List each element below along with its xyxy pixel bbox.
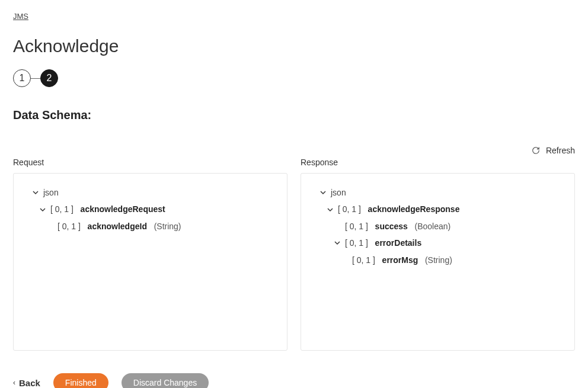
- back-button[interactable]: ‹ Back: [13, 378, 40, 388]
- tree-node-error-msg[interactable]: [ 0, 1 ] errorMsg (String): [311, 252, 565, 268]
- tree-node-acknowledge-response[interactable]: [ 0, 1 ] acknowledgeResponse: [311, 201, 565, 217]
- discard-changes-button[interactable]: Discard Changes: [122, 373, 209, 388]
- chevron-down-icon: [327, 207, 333, 213]
- node-label: json: [43, 186, 59, 199]
- node-type: (String): [154, 222, 181, 231]
- refresh-button[interactable]: Refresh: [532, 146, 575, 155]
- node-label: acknowledgeId: [88, 222, 147, 231]
- back-label: Back: [19, 378, 40, 388]
- node-cardinality: [ 0, 1 ]: [352, 255, 375, 265]
- step-connector: [31, 78, 40, 79]
- tree-node-success[interactable]: [ 0, 1 ] success (Boolean): [311, 218, 565, 235]
- response-label: Response: [301, 158, 575, 167]
- wizard-stepper: 1 2: [13, 69, 575, 87]
- finished-button[interactable]: Finished: [53, 373, 108, 388]
- node-label: acknowledgeResponse: [368, 204, 460, 214]
- tree-node-acknowledge-id[interactable]: [ 0, 1 ] acknowledgeId (String): [23, 218, 277, 235]
- chevron-down-icon: [320, 190, 326, 195]
- node-cardinality: [ 0, 1 ]: [338, 204, 361, 214]
- refresh-label: Refresh: [546, 146, 575, 155]
- node-label: json: [331, 186, 346, 199]
- tree-node-acknowledge-request[interactable]: [ 0, 1 ] acknowledgeRequest: [23, 201, 277, 217]
- request-schema-panel: json [ 0, 1 ] acknowledgeRequest [ 0, 1 …: [13, 173, 287, 351]
- refresh-icon: [532, 146, 540, 155]
- tree-node-json[interactable]: json: [311, 184, 565, 201]
- page-title: Acknowledge: [13, 36, 575, 56]
- node-cardinality: [ 0, 1 ]: [57, 222, 81, 231]
- tree-node-json[interactable]: json: [23, 184, 277, 201]
- breadcrumb-jms[interactable]: JMS: [13, 12, 28, 21]
- node-label: errorDetails: [375, 238, 422, 248]
- chevron-left-icon: ‹: [13, 379, 15, 387]
- node-label: errorMsg: [382, 255, 418, 265]
- request-label: Request: [13, 158, 287, 167]
- response-schema-panel: json [ 0, 1 ] acknowledgeResponse [ 0, 1…: [301, 173, 575, 351]
- chevron-down-icon: [40, 207, 46, 213]
- node-label: success: [375, 222, 408, 231]
- section-title: Data Schema:: [13, 108, 575, 122]
- step-1[interactable]: 1: [13, 69, 31, 87]
- node-cardinality: [ 0, 1 ]: [345, 222, 368, 231]
- chevron-down-icon: [33, 190, 39, 195]
- node-type: (String): [425, 255, 452, 265]
- tree-node-error-details[interactable]: [ 0, 1 ] errorDetails: [311, 235, 565, 251]
- step-2[interactable]: 2: [40, 69, 58, 87]
- node-cardinality: [ 0, 1 ]: [345, 238, 368, 248]
- node-type: (Boolean): [415, 222, 451, 231]
- node-cardinality: [ 0, 1 ]: [50, 204, 74, 214]
- node-label: acknowledgeRequest: [81, 204, 165, 214]
- chevron-down-icon: [334, 240, 340, 246]
